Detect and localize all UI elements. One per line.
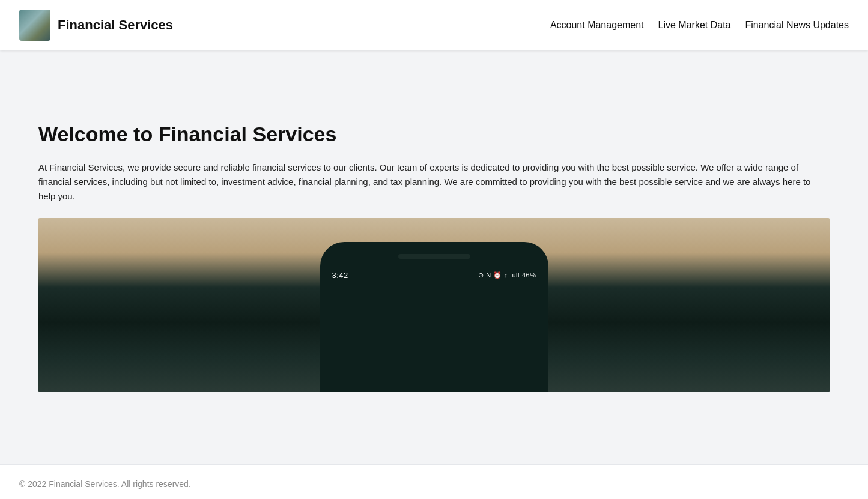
footer: © 2022 Financial Services. All rights re…	[0, 464, 868, 499]
page-heading: Welcome to Financial Services	[38, 122, 830, 146]
brand-name: Financial Services	[58, 17, 173, 33]
header: Financial Services Account Management Li…	[0, 0, 868, 50]
phone-shape: 3:42 ⊙ N ⏰ ↑ .ull 46%	[320, 242, 548, 392]
nav-financial-news[interactable]: Financial News Updates	[745, 20, 849, 31]
nav-account-management[interactable]: Account Management	[550, 20, 644, 31]
content-card: Welcome to Financial Services At Financi…	[19, 98, 849, 416]
main-nav: Account Management Live Market Data Fina…	[550, 20, 849, 31]
phone-icons-text: ⊙ N ⏰ ↑ .ull	[478, 271, 520, 279]
logo-image	[19, 10, 50, 41]
phone-status-icons: ⊙ N ⏰ ↑ .ull 46%	[478, 271, 536, 279]
phone-status-bar: 3:42 ⊙ N ⏰ ↑ .ull 46%	[320, 271, 548, 280]
phone-battery: 46%	[522, 271, 536, 279]
nav-live-market-data[interactable]: Live Market Data	[658, 20, 731, 31]
main-content: Welcome to Financial Services At Financi…	[0, 50, 868, 464]
phone-time: 3:42	[332, 271, 348, 280]
page-description: At Financial Services, we provide secure…	[38, 160, 830, 204]
phone-notch	[398, 254, 470, 259]
footer-copyright: © 2022 Financial Services. All rights re…	[19, 479, 849, 489]
logo-area[interactable]: Financial Services	[19, 10, 173, 41]
hero-image: 3:42 ⊙ N ⏰ ↑ .ull 46%	[38, 218, 830, 392]
